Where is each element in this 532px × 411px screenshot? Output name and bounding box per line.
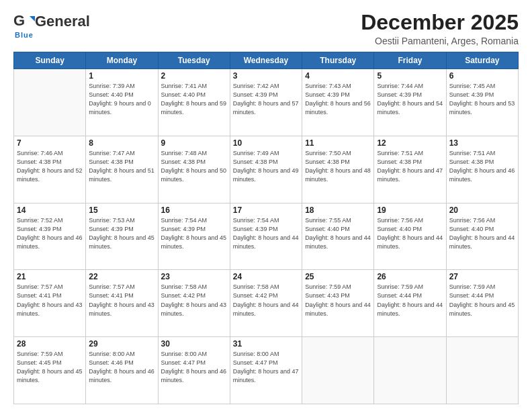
day-info: Sunrise: 7:59 AMSunset: 4:43 PMDaylight:… (305, 283, 371, 318)
day-number: 4 (305, 71, 371, 81)
calendar-cell: 17Sunrise: 7:54 AMSunset: 4:39 PMDayligh… (230, 203, 302, 270)
day-number: 6 (449, 71, 515, 81)
col-tuesday: Tuesday (158, 52, 230, 69)
day-number: 8 (89, 138, 154, 148)
day-number: 15 (89, 205, 154, 215)
calendar-cell: 15Sunrise: 7:53 AMSunset: 4:39 PMDayligh… (86, 203, 158, 270)
day-number: 5 (377, 71, 443, 81)
day-number: 24 (233, 272, 299, 281)
day-info: Sunrise: 7:45 AMSunset: 4:39 PMDaylight:… (449, 82, 515, 117)
calendar-cell: 7Sunrise: 7:46 AMSunset: 4:38 PMDaylight… (14, 136, 86, 203)
calendar-cell: 1Sunrise: 7:39 AMSunset: 4:40 PMDaylight… (86, 69, 158, 136)
day-info: Sunrise: 7:50 AMSunset: 4:38 PMDaylight:… (305, 149, 371, 184)
logo-blue: Blue (15, 31, 34, 39)
day-number: 9 (161, 138, 227, 148)
day-number: 19 (377, 205, 443, 215)
svg-text:G: G (13, 12, 25, 29)
day-info: Sunrise: 7:49 AMSunset: 4:38 PMDaylight:… (233, 149, 299, 184)
day-number: 29 (89, 339, 154, 349)
calendar-cell: 3Sunrise: 7:42 AMSunset: 4:39 PMDaylight… (230, 69, 302, 136)
day-number: 20 (449, 205, 515, 215)
calendar-week-row: 14Sunrise: 7:52 AMSunset: 4:39 PMDayligh… (14, 203, 519, 270)
day-info: Sunrise: 7:47 AMSunset: 4:38 PMDaylight:… (89, 149, 154, 184)
day-info: Sunrise: 7:52 AMSunset: 4:39 PMDaylight:… (17, 216, 83, 251)
day-info: Sunrise: 7:57 AMSunset: 4:41 PMDaylight:… (17, 283, 83, 318)
col-friday: Friday (374, 52, 446, 69)
day-number: 23 (161, 272, 227, 281)
calendar-week-row: 21Sunrise: 7:57 AMSunset: 4:41 PMDayligh… (14, 270, 519, 337)
calendar-cell: 4Sunrise: 7:43 AMSunset: 4:39 PMDaylight… (302, 69, 374, 136)
day-info: Sunrise: 7:51 AMSunset: 4:38 PMDaylight:… (377, 149, 443, 184)
calendar-cell: 13Sunrise: 7:51 AMSunset: 4:38 PMDayligh… (446, 136, 518, 203)
calendar-cell: 22Sunrise: 7:57 AMSunset: 4:41 PMDayligh… (86, 270, 158, 337)
calendar-cell: 28Sunrise: 7:59 AMSunset: 4:45 PMDayligh… (14, 337, 86, 404)
calendar-cell: 18Sunrise: 7:55 AMSunset: 4:40 PMDayligh… (302, 203, 374, 270)
calendar-week-row: 28Sunrise: 7:59 AMSunset: 4:45 PMDayligh… (14, 337, 519, 404)
calendar-cell: 31Sunrise: 8:00 AMSunset: 4:47 PMDayligh… (230, 337, 302, 404)
day-number: 22 (89, 272, 154, 281)
page: G General Blue December 2025 Oestii Pama… (0, 0, 532, 411)
day-info: Sunrise: 7:54 AMSunset: 4:39 PMDaylight:… (233, 216, 299, 251)
logo: G General Blue (13, 11, 90, 39)
calendar-cell: 20Sunrise: 7:56 AMSunset: 4:40 PMDayligh… (446, 203, 518, 270)
day-info: Sunrise: 7:48 AMSunset: 4:38 PMDaylight:… (161, 149, 227, 184)
calendar-cell: 14Sunrise: 7:52 AMSunset: 4:39 PMDayligh… (14, 203, 86, 270)
calendar-cell: 26Sunrise: 7:59 AMSunset: 4:44 PMDayligh… (374, 270, 446, 337)
day-number: 10 (233, 138, 299, 148)
day-info: Sunrise: 7:46 AMSunset: 4:38 PMDaylight:… (17, 149, 83, 184)
day-info: Sunrise: 7:57 AMSunset: 4:41 PMDaylight:… (89, 283, 154, 318)
day-number: 21 (17, 272, 83, 281)
day-number: 27 (449, 272, 515, 281)
calendar-cell (446, 337, 518, 404)
calendar-cell: 9Sunrise: 7:48 AMSunset: 4:38 PMDaylight… (158, 136, 230, 203)
calendar-cell (302, 337, 374, 404)
calendar-cell: 2Sunrise: 7:41 AMSunset: 4:40 PMDaylight… (158, 69, 230, 136)
calendar-week-row: 1Sunrise: 7:39 AMSunset: 4:40 PMDaylight… (14, 69, 519, 136)
calendar-cell: 30Sunrise: 8:00 AMSunset: 4:47 PMDayligh… (158, 337, 230, 404)
col-thursday: Thursday (302, 52, 374, 69)
subtitle: Oestii Pamanteni, Arges, Romania (361, 36, 519, 46)
calendar-cell: 23Sunrise: 7:58 AMSunset: 4:42 PMDayligh… (158, 270, 230, 337)
day-number: 16 (161, 205, 227, 215)
day-number: 18 (305, 205, 371, 215)
calendar-cell (14, 69, 86, 136)
calendar-cell: 12Sunrise: 7:51 AMSunset: 4:38 PMDayligh… (374, 136, 446, 203)
day-info: Sunrise: 8:00 AMSunset: 4:46 PMDaylight:… (89, 350, 154, 385)
calendar-cell: 11Sunrise: 7:50 AMSunset: 4:38 PMDayligh… (302, 136, 374, 203)
calendar-cell: 25Sunrise: 7:59 AMSunset: 4:43 PMDayligh… (302, 270, 374, 337)
col-sunday: Sunday (14, 52, 86, 69)
calendar-cell (374, 337, 446, 404)
day-info: Sunrise: 7:51 AMSunset: 4:38 PMDaylight:… (449, 149, 515, 184)
day-info: Sunrise: 7:58 AMSunset: 4:42 PMDaylight:… (161, 283, 227, 318)
calendar-cell: 16Sunrise: 7:54 AMSunset: 4:39 PMDayligh… (158, 203, 230, 270)
calendar-cell: 19Sunrise: 7:56 AMSunset: 4:40 PMDayligh… (374, 203, 446, 270)
day-number: 17 (233, 205, 299, 215)
day-info: Sunrise: 8:00 AMSunset: 4:47 PMDaylight:… (161, 350, 227, 385)
day-number: 2 (161, 71, 227, 81)
col-wednesday: Wednesday (230, 52, 302, 69)
day-number: 11 (305, 138, 371, 148)
calendar-cell: 8Sunrise: 7:47 AMSunset: 4:38 PMDaylight… (86, 136, 158, 203)
header: G General Blue December 2025 Oestii Pama… (13, 11, 519, 46)
day-info: Sunrise: 7:43 AMSunset: 4:39 PMDaylight:… (305, 82, 371, 117)
day-number: 7 (17, 138, 83, 148)
day-info: Sunrise: 7:59 AMSunset: 4:45 PMDaylight:… (17, 350, 83, 385)
day-number: 13 (449, 138, 515, 148)
day-info: Sunrise: 7:58 AMSunset: 4:42 PMDaylight:… (233, 283, 299, 318)
day-info: Sunrise: 8:00 AMSunset: 4:47 PMDaylight:… (233, 350, 299, 385)
day-info: Sunrise: 7:56 AMSunset: 4:40 PMDaylight:… (377, 216, 443, 251)
calendar-cell: 29Sunrise: 8:00 AMSunset: 4:46 PMDayligh… (86, 337, 158, 404)
col-saturday: Saturday (446, 52, 518, 69)
calendar-table: Sunday Monday Tuesday Wednesday Thursday… (13, 52, 519, 404)
day-info: Sunrise: 7:53 AMSunset: 4:39 PMDaylight:… (89, 216, 154, 251)
col-monday: Monday (86, 52, 158, 69)
day-info: Sunrise: 7:41 AMSunset: 4:40 PMDaylight:… (161, 82, 227, 117)
day-info: Sunrise: 7:54 AMSunset: 4:39 PMDaylight:… (161, 216, 227, 251)
day-number: 26 (377, 272, 443, 281)
main-title: December 2025 (361, 11, 519, 34)
calendar-week-row: 7Sunrise: 7:46 AMSunset: 4:38 PMDaylight… (14, 136, 519, 203)
day-number: 30 (161, 339, 227, 349)
day-number: 3 (233, 71, 299, 81)
day-info: Sunrise: 7:42 AMSunset: 4:39 PMDaylight:… (233, 82, 299, 117)
day-number: 28 (17, 339, 83, 349)
